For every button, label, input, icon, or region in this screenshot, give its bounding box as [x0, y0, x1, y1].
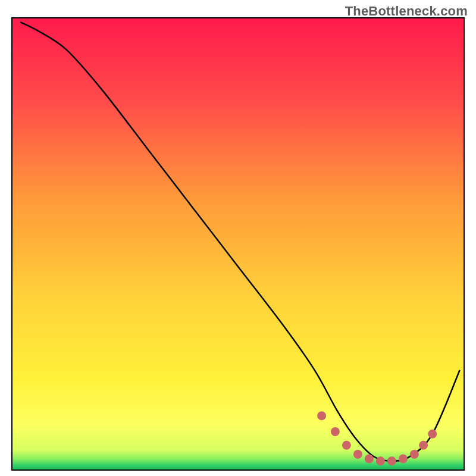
plot-area [12, 18, 464, 470]
optimal-dot [365, 455, 374, 464]
plot-svg [0, 0, 476, 476]
optimal-dot [342, 441, 351, 450]
optimal-dot [410, 450, 419, 459]
optimal-dot [353, 450, 362, 459]
gradient-background [12, 18, 464, 470]
optimal-dot [399, 455, 408, 464]
optimal-dot [317, 411, 326, 420]
optimal-dot [419, 441, 428, 450]
watermark-text: TheBottleneck.com [345, 4, 468, 19]
bottleneck-chart: TheBottleneck.com [0, 0, 476, 476]
optimal-dot [387, 456, 396, 465]
optimal-dot [428, 430, 437, 439]
optimal-dot [331, 427, 340, 436]
optimal-dot [376, 456, 385, 465]
